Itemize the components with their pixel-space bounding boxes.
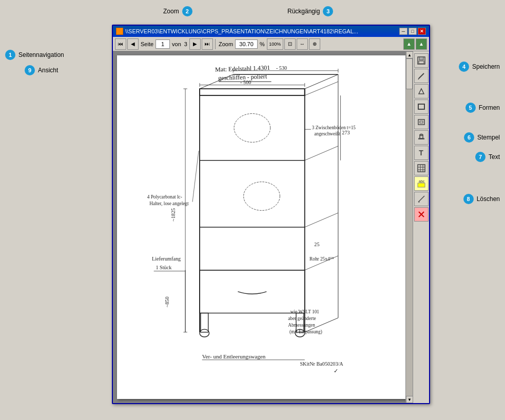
shapes-annotation-label: Formen [479,104,500,111]
titlebar-buttons: ─ □ ✕ [399,28,426,35]
scrollbar-area: ▲ ▼ [405,51,413,403]
svg-point-25 [244,182,280,211]
drawing-svg: Mat: Edelstahl 1.4301 geschliffen - poli… [117,55,406,399]
svg-rect-63 [419,61,424,64]
svg-text:✓: ✓ [334,368,338,374]
page-label: Seite [141,41,153,47]
svg-text:Lieferumfang: Lieferumfang [152,256,181,262]
svg-line-64 [419,73,424,78]
rect-tool-button[interactable] [414,99,429,114]
svg-rect-62 [419,57,423,60]
measure-tool-button[interactable] [414,192,429,206]
svg-text:aber geänderte: aber geänderte [288,316,316,321]
svg-rect-67 [418,119,424,125]
delete-annotation: 8 Löschen [463,194,500,204]
toolbar-separator-1 [215,39,216,49]
scroll-thumb[interactable] [406,58,413,89]
save-annotation-label: Speichern [472,63,500,70]
nav-annotation-label: Seitennavigation [18,51,64,58]
minimize-button[interactable]: ─ [399,28,407,35]
svg-text:Halter, lose angelegt: Halter, lose angelegt [149,201,189,206]
next-page-button[interactable]: ▶ [189,38,201,50]
zoom-in-button[interactable]: ⊕ [309,38,320,50]
svg-text:~1825: ~1825 [170,208,176,222]
svg-text:1 Stück: 1 Stück [156,265,172,270]
svg-point-24 [234,114,270,143]
color-tool-button[interactable]: abc [414,176,429,191]
svg-rect-68 [420,121,423,123]
scroll-down-button[interactable]: ▼ [406,396,413,403]
scroll-up-button[interactable]: ▲ [406,51,413,58]
save-annotation: 4 Speichern [459,62,500,72]
last-page-button[interactable]: ⏭ [202,38,213,50]
document-view: Mat: Edelstahl 1.4301 geschliffen - poli… [113,51,413,403]
vertical-scrollbar[interactable]: ▲ ▼ [405,51,413,403]
svg-point-13 [200,329,209,337]
hollow-rect-icon [417,117,426,127]
highlight-icon [417,87,426,96]
scroll-track[interactable] [406,58,413,396]
svg-text:Mat: Edelstahl 1.4301: Mat: Edelstahl 1.4301 [215,64,270,73]
zoom-100-button[interactable]: 100% [267,38,283,50]
text-annotation-label: Text [489,153,500,161]
stamp-annotation: 6 Stempel [464,132,500,143]
svg-text:- 530: - 530 [276,65,287,71]
text-tool-button[interactable]: T [414,146,429,160]
delete-icon [417,210,426,219]
save-badge: 4 [459,62,469,72]
pen-tool-button[interactable] [414,69,429,83]
zoom-toolbar-label: Zoom [219,41,233,47]
zoom-input[interactable] [235,39,258,49]
nav-annotation: 1 Seitennavigation [5,50,64,60]
delete-annotation-label: Löschen [477,195,500,203]
svg-text:- 500: - 500 [240,79,251,85]
titlebar-left: \\SERVER03\ENTWICKLUNG\CRPS_PRÄSENTATION… [116,28,358,35]
grid-icon [417,164,426,173]
grid-tool-button[interactable] [414,161,429,175]
app-icon [116,28,123,35]
page-number-input[interactable] [156,39,170,49]
shapes-badge: 5 [465,103,476,113]
undo-annotation: Rückgängig 3 [287,6,333,16]
text-annotation: 7 Text [475,152,500,162]
delete-tool-button[interactable] [414,207,429,222]
stamp-icon [417,133,426,142]
undo-badge: 3 [323,6,333,16]
text-badge: 7 [475,152,485,162]
svg-text:4 Polycarbonat lc-: 4 Polycarbonat lc- [147,194,182,199]
svg-text:(mit Einpassung): (mit Einpassung) [289,329,322,335]
document-page: Mat: Edelstahl 1.4301 geschliffen - poli… [117,55,406,399]
save-tool-button[interactable] [414,53,429,68]
hollow-rect-button[interactable] [414,115,429,129]
save-icon [417,56,426,65]
window-title: \\SERVER03\ENTWICKLUNG\CRPS_PRÄSENTATION… [125,28,358,34]
toolbar: ⏮ ◀ Seite von 3 ▶ ⏭ Zoom % 100% ⊡ ↔ ⊕ ▲ … [113,37,429,51]
highlight-tool-button[interactable] [414,84,429,98]
maximize-button[interactable]: □ [409,28,417,35]
nav-badge: 1 [5,50,15,60]
rect-icon [417,102,426,111]
zoom-percent-label: % [260,41,265,47]
first-page-button[interactable]: ⏮ [115,38,126,50]
svg-text:~850: ~850 [164,296,170,307]
view-badge: 9 [25,65,35,75]
svg-rect-72 [418,165,425,172]
fit-width-button[interactable]: ↔ [297,38,308,50]
zoom-badge: 2 [182,6,192,16]
svg-rect-10 [200,270,305,313]
svg-line-65 [418,78,419,79]
svg-line-16 [305,74,338,89]
prev-page-button[interactable]: ◀ [127,38,139,50]
zoom-annotation: Zoom 2 [163,6,192,16]
fit-page-button[interactable]: ⊡ [284,38,296,50]
titlebar: \\SERVER03\ENTWICKLUNG\CRPS_PRÄSENTATION… [113,26,429,37]
svg-text:Ver- und Entleerungswagen: Ver- und Entleerungswagen [202,353,266,359]
svg-text:273: 273 [342,130,349,135]
stamp-tool-button[interactable] [414,130,429,145]
nav-up-button[interactable]: ▲ [403,38,415,50]
svg-text:SKitNr Ba050203/A: SKitNr Ba050203/A [300,361,343,367]
svg-text:abc: abc [419,179,425,183]
close-button[interactable]: ✕ [418,28,426,35]
stamp-annotation-label: Stempel [477,134,500,141]
nav-down-button[interactable]: ▲ [416,38,427,50]
